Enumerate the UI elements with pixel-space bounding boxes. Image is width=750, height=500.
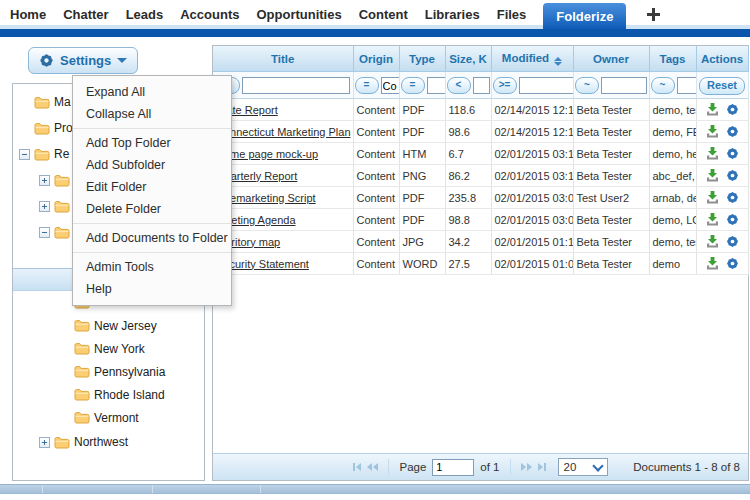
column-header-label: Owner bbox=[593, 53, 629, 65]
tree-item-northwest[interactable]: Northwest bbox=[13, 429, 204, 455]
menu-item-admin-tools[interactable]: Admin Tools bbox=[73, 256, 231, 278]
table-row: Security StatementContentWORD27.502/01/2… bbox=[213, 253, 748, 275]
tree-item-new-jersey[interactable]: New Jersey bbox=[13, 314, 204, 337]
page-size-select[interactable]: 20 bbox=[558, 458, 608, 476]
filter-input-type[interactable] bbox=[427, 77, 446, 94]
nav-tab-opportunities[interactable]: Opportunities bbox=[256, 7, 341, 22]
nav-tab-libraries[interactable]: Libraries bbox=[425, 7, 480, 22]
nav-tab-accounts[interactable]: Accounts bbox=[180, 7, 239, 22]
filter-input-tags[interactable] bbox=[677, 77, 697, 94]
previous-page-button[interactable] bbox=[367, 463, 378, 471]
gear-icon[interactable] bbox=[726, 103, 739, 116]
download-icon[interactable] bbox=[706, 147, 719, 160]
gear-icon[interactable] bbox=[726, 257, 739, 270]
menu-item-collapse-all[interactable]: Collapse All bbox=[73, 103, 231, 125]
menu-item-delete-folder[interactable]: Delete Folder bbox=[73, 198, 231, 220]
gear-icon[interactable] bbox=[726, 125, 739, 138]
gear-icon[interactable] bbox=[726, 213, 739, 226]
download-icon[interactable] bbox=[706, 103, 719, 116]
nav-tab-files[interactable]: Files bbox=[497, 7, 527, 22]
column-header-tags[interactable]: Tags bbox=[649, 46, 696, 72]
expander-placeholder bbox=[59, 412, 70, 423]
folder-icon bbox=[74, 365, 90, 378]
cell-tags: demo, he bbox=[649, 143, 696, 165]
reset-filters-button[interactable]: Reset bbox=[699, 77, 745, 95]
nav-tab-chatter[interactable]: Chatter bbox=[63, 7, 109, 22]
gear-icon[interactable] bbox=[726, 147, 739, 160]
filter-input-title[interactable] bbox=[242, 77, 350, 94]
gear-icon[interactable] bbox=[726, 169, 739, 182]
bottom-scroll-bar[interactable] bbox=[0, 484, 750, 494]
column-header-origin[interactable]: Origin bbox=[353, 46, 399, 72]
documents-table: TitleOriginTypeSize, KModifiedOwnerTagsA… bbox=[213, 46, 749, 275]
column-header-title[interactable]: Title bbox=[213, 46, 353, 72]
gear-icon[interactable] bbox=[726, 235, 739, 248]
column-header-type[interactable]: Type bbox=[399, 46, 445, 72]
nav-tabs: HomeChatterLeadsAccountsOpportunitiesCon… bbox=[10, 7, 526, 22]
filter-operator-button[interactable]: < bbox=[447, 77, 471, 94]
add-tab-button[interactable] bbox=[647, 8, 660, 21]
page-number-input[interactable] bbox=[432, 459, 474, 476]
menu-group: Add Documents to Folder bbox=[73, 224, 231, 253]
page-size-value: 20 bbox=[564, 461, 577, 473]
collapse-icon[interactable] bbox=[19, 149, 30, 160]
column-header-size-k[interactable]: Size, K bbox=[445, 46, 491, 72]
download-icon[interactable] bbox=[706, 235, 719, 248]
cell-actions bbox=[696, 165, 748, 187]
cell-actions bbox=[696, 143, 748, 165]
first-page-button[interactable] bbox=[353, 463, 361, 471]
tree-item-vermont[interactable]: Vermont bbox=[13, 406, 204, 429]
menu-group: Admin ToolsHelp bbox=[73, 253, 231, 303]
tree-item-rhode-island[interactable]: Rhode Island bbox=[13, 383, 204, 406]
chevron-down-icon bbox=[592, 460, 603, 471]
menu-item-expand-all[interactable]: Expand All bbox=[73, 81, 231, 103]
cell-owner: Beta Tester bbox=[573, 253, 649, 275]
table-row: Quarterly ReportContentPNG86.202/01/2015… bbox=[213, 165, 748, 187]
tree-item-pennsylvania[interactable]: Pennsylvania bbox=[13, 360, 204, 383]
download-icon[interactable] bbox=[706, 213, 719, 226]
menu-item-edit-folder[interactable]: Edit Folder bbox=[73, 176, 231, 198]
last-page-button[interactable] bbox=[538, 463, 546, 471]
download-icon[interactable] bbox=[706, 191, 719, 204]
menu-item-add-documents-to-folder[interactable]: Add Documents to Folder bbox=[73, 227, 231, 249]
collapse-icon[interactable] bbox=[39, 227, 50, 238]
nav-tab-content[interactable]: Content bbox=[359, 7, 408, 22]
menu-item-add-subfolder[interactable]: Add Subfolder bbox=[73, 154, 231, 176]
row-actions bbox=[700, 257, 745, 270]
menu-item-add-top-folder[interactable]: Add Top Folder bbox=[73, 132, 231, 154]
tree-item-label: Rhode Island bbox=[94, 388, 165, 402]
gear-icon[interactable] bbox=[726, 191, 739, 204]
filter-operator-button[interactable]: ~ bbox=[575, 77, 599, 94]
sort-icon[interactable] bbox=[554, 57, 562, 66]
column-header-modified[interactable]: Modified bbox=[491, 46, 573, 72]
download-icon[interactable] bbox=[706, 257, 719, 270]
table-row: Home page mock-upContentHTM6.702/01/2015… bbox=[213, 143, 748, 165]
expand-icon[interactable] bbox=[39, 437, 50, 448]
next-page-button[interactable] bbox=[521, 463, 532, 471]
filter-operator-button[interactable]: ~ bbox=[651, 77, 675, 94]
column-header-owner[interactable]: Owner bbox=[573, 46, 649, 72]
filter-operator-button[interactable]: = bbox=[355, 77, 379, 94]
cell-origin: Content bbox=[353, 121, 399, 143]
nav-blue-bar bbox=[0, 29, 750, 37]
filter-input-owner[interactable] bbox=[601, 77, 647, 94]
filter-input-origin[interactable] bbox=[381, 77, 400, 94]
nav-tab-folderize-active[interactable]: Folderize bbox=[543, 3, 626, 29]
tree-item-new-york[interactable]: New York bbox=[13, 337, 204, 360]
filter-operator-button[interactable]: >= bbox=[493, 77, 517, 94]
menu-item-help[interactable]: Help bbox=[73, 278, 231, 300]
download-icon[interactable] bbox=[706, 169, 719, 182]
column-header-actions[interactable]: Actions bbox=[696, 46, 748, 72]
nav-tab-leads[interactable]: Leads bbox=[126, 7, 164, 22]
expand-icon[interactable] bbox=[39, 201, 50, 212]
filter-input-modified[interactable] bbox=[519, 77, 574, 94]
nav-tab-home[interactable]: Home bbox=[10, 7, 46, 22]
filter-input-size-k[interactable] bbox=[473, 77, 490, 94]
document-title-link[interactable]: Connecticut Marketing Plan bbox=[216, 126, 351, 138]
expand-icon[interactable] bbox=[39, 175, 50, 186]
filter-operator-button[interactable]: = bbox=[401, 77, 425, 94]
settings-button[interactable]: Settings bbox=[28, 47, 138, 74]
download-icon[interactable] bbox=[706, 125, 719, 138]
folder-icon bbox=[74, 388, 90, 401]
cell-tags: demo, FE bbox=[649, 121, 696, 143]
